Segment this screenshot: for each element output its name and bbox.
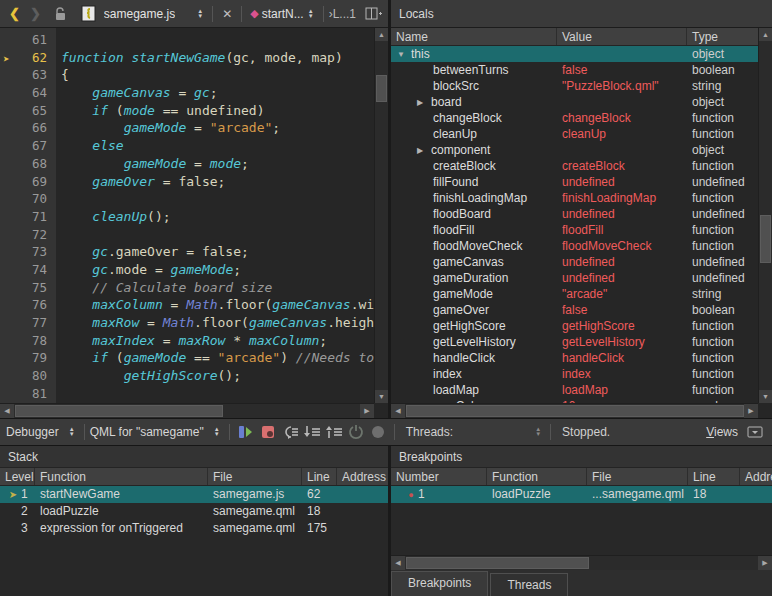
locals-row[interactable]: gameDurationundefinedundefined bbox=[391, 270, 758, 286]
code-line[interactable]: gameMode = "arcade"; bbox=[61, 119, 374, 137]
scroll-right-icon[interactable]: ▶ bbox=[758, 556, 772, 570]
line-number[interactable]: 81 bbox=[0, 385, 56, 403]
code-area[interactable]: function startNewGame(gc, mode, map){ ga… bbox=[56, 28, 374, 403]
locals-horizontal-scrollbar[interactable]: ◀ ▶ bbox=[391, 403, 758, 418]
locals-col-name[interactable]: Name bbox=[391, 28, 557, 45]
line-number[interactable]: 79 bbox=[0, 349, 56, 367]
locals-col-value[interactable]: Value bbox=[557, 28, 687, 45]
breakpoint-row[interactable]: ●1loadPuzzle...samegame.qml18 bbox=[391, 486, 772, 503]
locals-row[interactable]: gameMode"arcade"string bbox=[391, 286, 758, 302]
continue-icon[interactable] bbox=[235, 422, 257, 442]
scroll-down-icon[interactable]: ▼ bbox=[375, 390, 388, 403]
locals-row[interactable]: blockSrc"PuzzleBlock.qml"string bbox=[391, 78, 758, 94]
locals-row[interactable]: floodBoardundefinedundefined bbox=[391, 206, 758, 222]
back-icon[interactable]: ❮ bbox=[4, 6, 25, 21]
line-number[interactable]: 66 bbox=[0, 119, 56, 137]
bp-col-function[interactable]: Function bbox=[487, 468, 587, 485]
line-number[interactable]: 71 bbox=[0, 208, 56, 226]
scroll-up-icon[interactable]: ▲ bbox=[375, 28, 388, 41]
line-number[interactable]: 77 bbox=[0, 314, 56, 332]
line-number[interactable]: 76 bbox=[0, 296, 56, 314]
code-line[interactable]: getHighScore(); bbox=[61, 367, 374, 385]
code-line[interactable]: gc.mode = gameMode; bbox=[61, 261, 374, 279]
code-line[interactable] bbox=[61, 190, 374, 208]
locals-vertical-scrollbar[interactable]: ▲ ▼ bbox=[758, 28, 772, 403]
code-line[interactable] bbox=[61, 226, 374, 244]
close-document-icon[interactable]: ✕ bbox=[218, 7, 236, 21]
stack-row[interactable]: ➤1startNewGamesamegame.js62 bbox=[0, 486, 388, 503]
tab-breakpoints[interactable]: Breakpoints bbox=[391, 571, 488, 596]
line-number[interactable]: 65 bbox=[0, 102, 56, 120]
locals-tree[interactable]: ▼thisobjectbetweenTurnsfalsebooleanblock… bbox=[391, 46, 758, 403]
bp-col-file[interactable]: File bbox=[587, 468, 688, 485]
line-number[interactable]: 80 bbox=[0, 367, 56, 385]
code-line[interactable]: if (gameMode == "arcade") //Needs to bbox=[61, 349, 374, 367]
code-line[interactable]: // Calculate board size bbox=[61, 279, 374, 297]
code-line[interactable]: { bbox=[61, 66, 374, 84]
code-line[interactable]: else bbox=[61, 137, 374, 155]
tab-threads[interactable]: Threads bbox=[490, 573, 568, 596]
perspective-selector[interactable]: Debugger ▲▼ bbox=[6, 425, 79, 439]
line-number[interactable]: 64 bbox=[0, 84, 56, 102]
locals-row[interactable]: createBlockcreateBlockfunction bbox=[391, 158, 758, 174]
locals-row[interactable]: gameOverfalseboolean bbox=[391, 302, 758, 318]
scroll-left-icon[interactable]: ◀ bbox=[391, 404, 405, 418]
line-number[interactable]: 78 bbox=[0, 332, 56, 350]
locals-row[interactable]: betweenTurnsfalseboolean bbox=[391, 62, 758, 78]
locals-row[interactable]: gameCanvasundefinedundefined bbox=[391, 254, 758, 270]
code-line[interactable]: gameOver = false; bbox=[61, 173, 374, 191]
panel-splitter[interactable] bbox=[388, 0, 391, 418]
code-line[interactable]: maxRow = Math.floor(gameCanvas.height bbox=[61, 314, 374, 332]
locals-row[interactable]: finishLoadingMapfinishLoadingMapfunction bbox=[391, 190, 758, 206]
scrollbar-thumb[interactable] bbox=[406, 405, 744, 417]
stack-col-line[interactable]: Line bbox=[302, 468, 337, 485]
line-number-gutter[interactable]: 61➤6263646566676869707172737475767778798… bbox=[0, 28, 56, 403]
stack-row[interactable]: 3expression for onTriggeredsamegame.qml1… bbox=[0, 520, 388, 537]
line-number[interactable]: 70 bbox=[0, 190, 56, 208]
line-number[interactable]: ➤62 bbox=[0, 49, 56, 67]
views-button[interactable]: Views bbox=[706, 425, 738, 439]
expand-icon[interactable]: ▶ bbox=[417, 95, 431, 110]
symbol-dropdown-value[interactable]: startN... bbox=[262, 7, 304, 21]
code-line[interactable]: if (mode == undefined) bbox=[61, 102, 374, 120]
bp-col-number[interactable]: Number bbox=[391, 468, 487, 485]
line-number[interactable]: 74 bbox=[0, 261, 56, 279]
locals-col-type[interactable]: Type bbox=[687, 28, 758, 45]
stack-col-level[interactable]: Level bbox=[0, 468, 35, 485]
editor-horizontal-scrollbar[interactable]: ◀ ▶ bbox=[0, 403, 374, 418]
step-over-icon[interactable] bbox=[279, 422, 301, 442]
breakpoints-horizontal-scrollbar[interactable]: ◀ ▶ bbox=[391, 555, 772, 570]
symbol-dropdown-icon[interactable]: ▲▼ bbox=[308, 9, 314, 19]
collapse-icon[interactable]: ▼ bbox=[397, 47, 411, 62]
scrollbar-thumb[interactable] bbox=[15, 405, 223, 417]
code-line[interactable]: cleanUp(); bbox=[61, 208, 374, 226]
bp-col-line[interactable]: Line bbox=[688, 468, 740, 485]
scroll-right-icon[interactable]: ▶ bbox=[360, 404, 374, 418]
code-line[interactable]: maxIndex = maxRow * maxColumn; bbox=[61, 332, 374, 350]
scrollbar-thumb[interactable] bbox=[760, 215, 771, 263]
interrupt-icon[interactable] bbox=[257, 422, 279, 442]
stack-col-file[interactable]: File bbox=[208, 468, 302, 485]
line-number[interactable]: 67 bbox=[0, 137, 56, 155]
locals-row[interactable]: ▶boardobject bbox=[391, 94, 758, 110]
scroll-down-icon[interactable]: ▼ bbox=[759, 390, 772, 403]
bp-col-address[interactable]: Address bbox=[740, 468, 772, 485]
code-line[interactable] bbox=[61, 385, 374, 403]
locals-row[interactable]: fillFoundundefinedundefined bbox=[391, 174, 758, 190]
split-editor-icon[interactable] bbox=[364, 5, 382, 23]
stack-col-function[interactable]: Function bbox=[35, 468, 208, 485]
locals-row[interactable]: floodFillfloodFillfunction bbox=[391, 222, 758, 238]
locals-row[interactable]: floodMoveCheckfloodMoveCheckfunction bbox=[391, 238, 758, 254]
editor-vertical-scrollbar[interactable]: ▲ ▼ bbox=[374, 28, 388, 403]
unlock-icon[interactable] bbox=[52, 5, 70, 23]
locals-row[interactable]: loadMaploadMapfunction bbox=[391, 382, 758, 398]
scroll-left-icon[interactable]: ◀ bbox=[391, 556, 405, 570]
forward-icon[interactable]: ❯ bbox=[25, 6, 46, 21]
debug-target-selector[interactable]: QML for "samegame" ▲▼ bbox=[90, 425, 224, 439]
step-into-icon[interactable] bbox=[301, 422, 323, 442]
line-number[interactable]: 72 bbox=[0, 226, 56, 244]
scrollbar-thumb[interactable] bbox=[406, 557, 589, 569]
scroll-left-icon[interactable]: ◀ bbox=[0, 404, 14, 418]
stack-row[interactable]: 2loadPuzzlesamegame.qml18 bbox=[0, 503, 388, 520]
step-out-icon[interactable] bbox=[323, 422, 345, 442]
